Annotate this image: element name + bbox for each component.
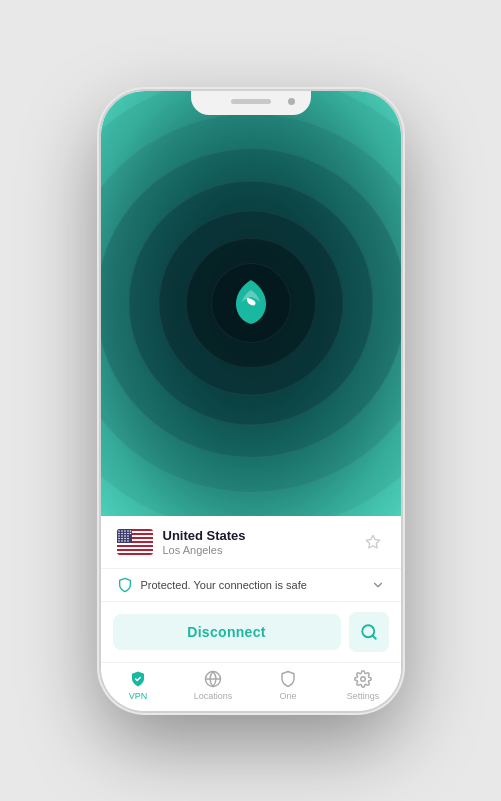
svg-point-14 bbox=[121, 532, 123, 534]
svg-point-25 bbox=[127, 537, 129, 539]
status-row[interactable]: Protected. Your connection is safe bbox=[101, 569, 401, 602]
svg-point-23 bbox=[121, 537, 123, 539]
location-info: United States Los Angeles bbox=[163, 528, 361, 556]
one-nav-icon bbox=[278, 669, 298, 689]
svg-point-13 bbox=[118, 532, 120, 534]
svg-point-11 bbox=[127, 530, 129, 532]
country-name: United States bbox=[163, 528, 361, 543]
svg-point-20 bbox=[124, 535, 126, 537]
svg-point-12 bbox=[129, 530, 131, 532]
svg-point-22 bbox=[118, 537, 120, 539]
nav-item-vpn[interactable]: VPN bbox=[101, 669, 176, 701]
svg-point-8 bbox=[118, 530, 120, 532]
settings-nav-label: Settings bbox=[347, 691, 380, 701]
svg-point-15 bbox=[124, 532, 126, 534]
svg-point-18 bbox=[118, 535, 120, 537]
action-row: Disconnect bbox=[101, 602, 401, 663]
country-flag bbox=[117, 529, 153, 555]
search-icon bbox=[360, 623, 378, 641]
location-row[interactable]: United States Los Angeles bbox=[101, 516, 401, 569]
svg-point-19 bbox=[121, 535, 123, 537]
phone-frame: United States Los Angeles Protected. You… bbox=[101, 91, 401, 711]
search-button[interactable] bbox=[349, 612, 389, 652]
svg-line-32 bbox=[372, 635, 375, 638]
status-text: Protected. Your connection is safe bbox=[141, 579, 363, 591]
svg-point-9 bbox=[121, 530, 123, 532]
chevron-down-icon bbox=[371, 578, 385, 592]
svg-point-24 bbox=[124, 537, 126, 539]
settings-nav-icon bbox=[353, 669, 373, 689]
svg-point-10 bbox=[124, 530, 126, 532]
nav-item-settings[interactable]: Settings bbox=[326, 669, 401, 701]
svg-rect-4 bbox=[117, 543, 153, 545]
svg-point-21 bbox=[127, 535, 129, 537]
svg-rect-6 bbox=[117, 551, 153, 553]
vpn-nav-label: VPN bbox=[129, 691, 148, 701]
nav-item-locations[interactable]: Locations bbox=[176, 669, 251, 701]
svg-point-16 bbox=[127, 532, 129, 534]
city-name: Los Angeles bbox=[163, 544, 361, 556]
disconnect-button[interactable]: Disconnect bbox=[113, 614, 341, 650]
svg-point-17 bbox=[129, 532, 131, 534]
svg-point-29 bbox=[127, 540, 129, 542]
svg-point-26 bbox=[118, 540, 120, 542]
surfshark-logo-icon bbox=[230, 278, 272, 328]
vpn-visual-area bbox=[101, 91, 401, 516]
favorite-button[interactable] bbox=[361, 530, 385, 554]
svg-point-27 bbox=[121, 540, 123, 542]
phone-notch bbox=[191, 91, 311, 115]
bottom-nav: VPN Locations bbox=[101, 663, 401, 711]
locations-nav-icon bbox=[203, 669, 223, 689]
locations-nav-label: Locations bbox=[194, 691, 233, 701]
svg-point-28 bbox=[124, 540, 126, 542]
bottom-panel: United States Los Angeles Protected. You… bbox=[101, 516, 401, 711]
phone-screen: United States Los Angeles Protected. You… bbox=[101, 91, 401, 711]
shield-protected-icon bbox=[117, 577, 133, 593]
nav-item-one[interactable]: One bbox=[251, 669, 326, 701]
vpn-nav-icon bbox=[128, 669, 148, 689]
svg-point-35 bbox=[361, 676, 366, 681]
one-nav-label: One bbox=[279, 691, 296, 701]
svg-marker-30 bbox=[366, 535, 379, 548]
svg-rect-5 bbox=[117, 547, 153, 549]
